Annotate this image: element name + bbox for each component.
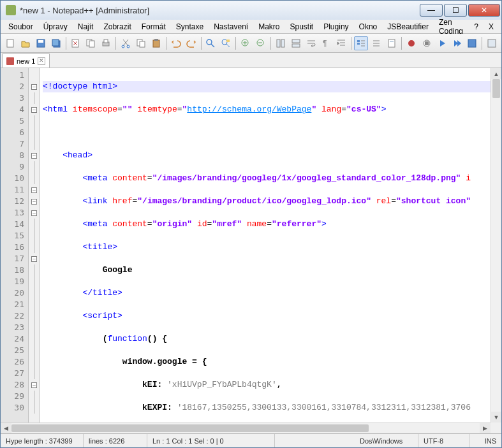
svg-rect-14: [153, 40, 159, 47]
scroll-corner: [491, 423, 501, 433]
svg-point-30: [408, 40, 415, 47]
svg-rect-7: [89, 41, 94, 47]
undo-icon[interactable]: [169, 36, 183, 50]
menu-format[interactable]: Formát: [137, 21, 171, 33]
close-file-icon[interactable]: [69, 36, 83, 50]
new-file-icon[interactable]: [3, 36, 17, 50]
extra-icon[interactable]: [485, 36, 499, 50]
svg-rect-0: [7, 40, 13, 47]
print-icon[interactable]: [99, 36, 113, 50]
svg-rect-32: [425, 41, 429, 45]
menu-x[interactable]: X: [484, 21, 499, 33]
svg-rect-21: [277, 40, 280, 47]
scroll-up-icon[interactable]: ▲: [491, 68, 501, 79]
status-mode: INS: [469, 434, 501, 447]
menu-syntaxe[interactable]: Syntaxe: [171, 21, 209, 33]
svg-rect-26: [357, 40, 360, 42]
horizontal-scrollbar[interactable]: ◀ ▶: [1, 423, 491, 433]
zoom-out-icon[interactable]: [254, 36, 268, 50]
play-icon[interactable]: [435, 36, 449, 50]
stop-record-icon[interactable]: [420, 36, 434, 50]
close-button[interactable]: ✕: [468, 4, 500, 17]
menu-pluginy[interactable]: Pluginy: [318, 21, 353, 33]
menu-nastaveni[interactable]: Nastavení: [209, 21, 253, 33]
svg-text:¶: ¶: [323, 39, 327, 48]
titlebar: *new 1 - Notepad++ [Administrator] — ☐ ✕: [1, 1, 501, 20]
code-area[interactable]: <!doctype html> <html itemscope="" itemt…: [40, 68, 501, 433]
scroll-left-icon[interactable]: ◀: [1, 423, 11, 433]
replace-icon[interactable]: [219, 36, 233, 50]
svg-point-17: [222, 40, 227, 45]
redo-icon[interactable]: [184, 36, 198, 50]
doc-map-icon[interactable]: [385, 36, 399, 50]
status-pos: Ln : 1 Col : 1 Sel : 0 | 0: [147, 434, 275, 447]
paste-icon[interactable]: [149, 36, 163, 50]
line-numbers: 1234567891011121314151617181920212223242…: [1, 68, 29, 433]
menu-zobrazit[interactable]: Zobrazit: [98, 21, 136, 33]
save-all-icon[interactable]: [49, 36, 63, 50]
cut-icon[interactable]: [119, 36, 133, 50]
save-macro-icon[interactable]: [466, 36, 480, 50]
indent-icon[interactable]: [335, 36, 349, 50]
record-icon[interactable]: [404, 36, 418, 50]
status-enc: UTF-8: [418, 434, 469, 447]
scroll-thumb-h[interactable]: [11, 424, 369, 432]
save-icon[interactable]: [34, 36, 48, 50]
open-file-icon[interactable]: [18, 36, 33, 50]
statusbar: Hype length : 374399 lines : 6226 Ln : 1…: [1, 433, 501, 447]
editor[interactable]: 1234567891011121314151617181920212223242…: [1, 68, 501, 433]
allchars-icon[interactable]: ¶: [320, 36, 334, 50]
svg-rect-4: [52, 40, 59, 46]
svg-rect-18: [226, 40, 230, 42]
zoom-in-icon[interactable]: [239, 36, 253, 50]
tab-close-icon[interactable]: ✕: [38, 57, 45, 65]
menu-soubor[interactable]: Soubor: [3, 21, 38, 33]
scroll-right-icon[interactable]: ▶: [480, 423, 491, 433]
svg-rect-33: [468, 40, 476, 47]
svg-rect-22: [281, 40, 284, 47]
copy-icon[interactable]: [134, 36, 148, 50]
scroll-down-icon[interactable]: ▼: [491, 412, 501, 423]
menu-help[interactable]: ?: [469, 21, 484, 33]
play-multi-icon[interactable]: [450, 36, 464, 50]
tab-new1[interactable]: new 1 ✕: [2, 54, 50, 68]
wrap-icon[interactable]: [304, 36, 318, 50]
svg-rect-34: [488, 40, 496, 47]
svg-rect-15: [154, 39, 158, 41]
find-icon[interactable]: [204, 36, 218, 50]
svg-rect-23: [292, 40, 300, 43]
svg-rect-27: [357, 43, 360, 45]
menu-najit[interactable]: Najít: [73, 21, 99, 33]
toolbar: ¶: [1, 34, 501, 53]
tab-modified-icon: [6, 57, 14, 65]
doc-list-icon[interactable]: [354, 36, 368, 50]
svg-rect-29: [390, 41, 394, 42]
menu-spustit[interactable]: Spustit: [285, 21, 319, 33]
status-lines: lines : 6226: [84, 434, 147, 447]
svg-rect-13: [140, 41, 145, 47]
svg-rect-24: [292, 44, 300, 47]
window-title: *new 1 - Notepad++ [Administrator]: [20, 6, 418, 15]
menu-jsbeautifier[interactable]: JSBeautifier: [382, 21, 434, 33]
tabbar: new 1 ✕: [1, 53, 501, 68]
svg-rect-28: [388, 40, 395, 47]
svg-point-16: [207, 40, 212, 45]
menu-upravy[interactable]: Úpravy: [38, 21, 73, 33]
minimize-button[interactable]: —: [420, 4, 443, 17]
close-all-icon[interactable]: [84, 36, 98, 50]
func-list-icon[interactable]: [369, 36, 383, 50]
sync-h-icon[interactable]: [289, 36, 303, 50]
status-length: Hype length : 374399: [1, 434, 84, 447]
menu-okno[interactable]: Okno: [354, 21, 383, 33]
fold-gutter[interactable]: − − − − − − − −: [29, 68, 40, 433]
sync-v-icon[interactable]: [274, 36, 288, 50]
menu-makro[interactable]: Makro: [253, 21, 284, 33]
menubar: Soubor Úpravy Najít Zobrazit Formát Synt…: [1, 20, 501, 34]
app-icon: [6, 5, 16, 15]
vertical-scrollbar[interactable]: ▲ ▼: [491, 68, 501, 423]
maximize-button[interactable]: ☐: [444, 4, 467, 17]
svg-rect-2: [38, 40, 43, 43]
svg-rect-9: [104, 40, 108, 43]
tab-label: new 1: [17, 57, 35, 65]
scroll-thumb-v[interactable]: [492, 79, 500, 98]
